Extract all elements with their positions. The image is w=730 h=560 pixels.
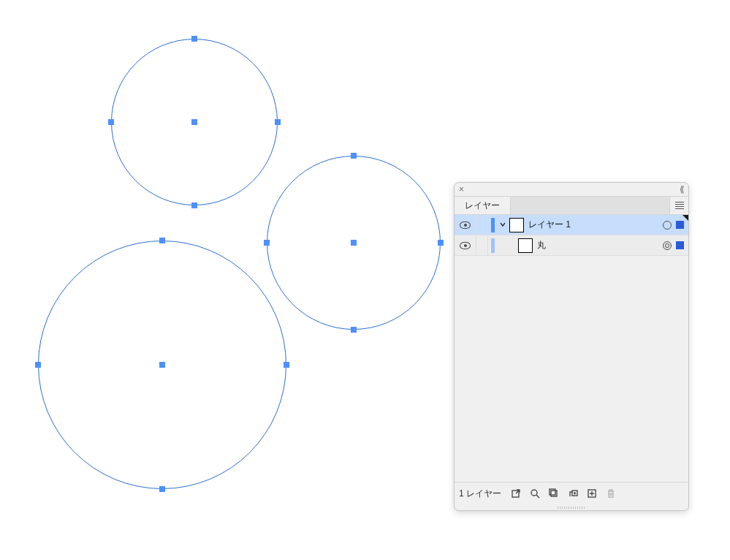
visibility-toggle[interactable] — [455, 215, 476, 235]
clipping-mask-icon[interactable] — [548, 488, 560, 499]
svg-rect-2 — [551, 491, 557, 496]
layer-row-layer1[interactable]: レイヤー 1 — [455, 215, 688, 235]
tab-spacer — [511, 197, 669, 214]
row-options-corner[interactable] — [683, 215, 688, 221]
eye-icon — [460, 222, 471, 229]
svg-rect-3 — [550, 489, 555, 495]
delete-icon[interactable] — [605, 488, 617, 499]
anchor-c1-top[interactable] — [191, 36, 197, 42]
anchor-c3-right[interactable] — [284, 362, 289, 368]
layer-name-label[interactable]: 丸 — [537, 239, 546, 251]
footer-status: 1 レイヤー — [459, 488, 501, 500]
close-icon[interactable]: × — [459, 185, 464, 194]
anchor-c2-center[interactable] — [351, 240, 357, 246]
eye-icon — [460, 242, 471, 249]
target-icon[interactable] — [663, 241, 672, 250]
layer-list[interactable]: レイヤー 1 丸 — [455, 215, 688, 483]
panel-footer: 1 レイヤー — [455, 483, 688, 504]
panel-resize-grip[interactable] — [455, 504, 688, 510]
anchor-c3-bottom[interactable] — [159, 486, 165, 492]
selection-indicator[interactable] — [676, 221, 684, 229]
layer-thumbnail[interactable] — [518, 238, 533, 253]
panel-tabstrip: レイヤー — [455, 196, 688, 215]
anchor-c2-right[interactable] — [438, 240, 444, 246]
layers-panel[interactable]: × ⟪ レイヤー レイヤー 1 — [454, 182, 689, 511]
anchor-c3-left[interactable] — [35, 362, 41, 368]
panel-titlebar[interactable]: × ⟪ — [455, 183, 688, 196]
tab-layers[interactable]: レイヤー — [455, 197, 511, 214]
anchor-c1-left[interactable] — [108, 119, 114, 125]
anchor-c1-right[interactable] — [275, 119, 281, 125]
anchor-c1-bottom[interactable] — [191, 203, 197, 208]
anchor-c2-left[interactable] — [264, 240, 270, 246]
layer-row-maru[interactable]: 丸 — [455, 235, 688, 256]
new-sublayer-icon[interactable] — [567, 488, 579, 499]
visibility-toggle[interactable] — [455, 235, 476, 255]
layer-name-label[interactable]: レイヤー 1 — [528, 219, 571, 231]
tab-layers-label: レイヤー — [465, 200, 500, 212]
anchor-c3-center[interactable] — [159, 362, 165, 368]
export-icon[interactable] — [510, 488, 522, 499]
anchor-c2-bottom[interactable] — [351, 327, 357, 333]
disclosure-toggle[interactable] — [498, 220, 508, 230]
collapse-icon[interactable]: ⟪ — [680, 184, 684, 194]
layer-thumbnail[interactable] — [509, 218, 524, 232]
panel-menu-icon[interactable] — [669, 197, 688, 214]
selection-indicator[interactable] — [676, 241, 684, 249]
target-icon[interactable] — [663, 221, 672, 230]
svg-point-1 — [531, 490, 537, 496]
anchor-c1-center[interactable] — [191, 119, 197, 125]
anchor-c2-top[interactable] — [351, 153, 357, 159]
new-layer-icon[interactable] — [586, 488, 598, 499]
layer-color-bar — [491, 238, 495, 253]
lock-column[interactable] — [476, 215, 488, 235]
anchor-c3-top[interactable] — [159, 238, 165, 243]
lock-column[interactable] — [476, 235, 488, 255]
locate-icon[interactable] — [529, 488, 541, 499]
layer-color-bar — [491, 218, 495, 232]
